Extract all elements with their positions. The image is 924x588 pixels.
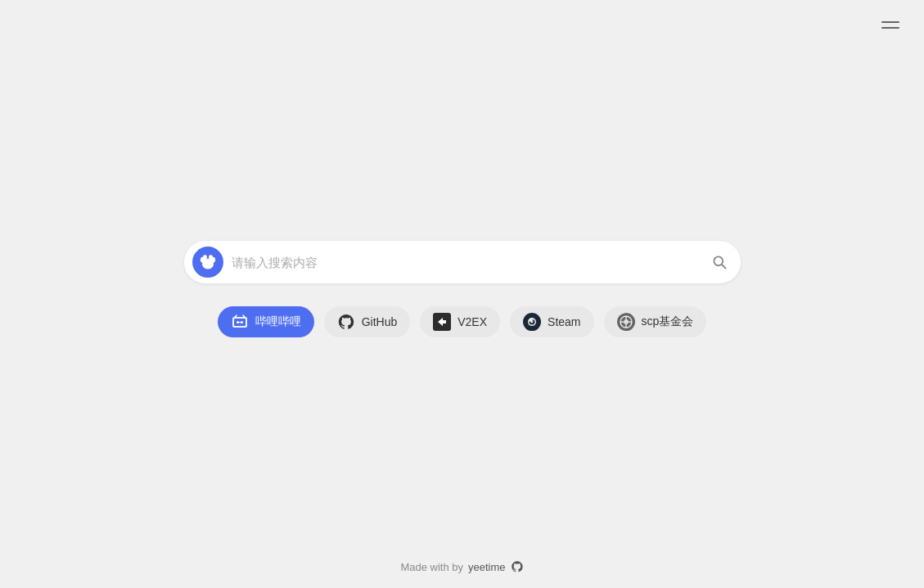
v2ex-label: V2EX (457, 315, 487, 328)
scp-label: scp基金会 (642, 314, 694, 329)
made-with-text: Made with by (400, 561, 463, 573)
scp-icon (617, 313, 635, 331)
bilibili-label: 哔哩哔哩 (255, 314, 301, 329)
menu-button[interactable] (877, 16, 904, 34)
quick-link-steam[interactable]: Steam (510, 306, 593, 337)
quick-link-github[interactable]: GitHub (324, 306, 411, 337)
github-icon (337, 313, 355, 331)
v2ex-icon (433, 313, 451, 331)
svg-line-6 (721, 265, 725, 269)
svg-point-4 (209, 255, 213, 260)
footer-github-icon (511, 560, 524, 573)
footer: Made with by yeetime (400, 560, 523, 573)
github-label: GitHub (362, 315, 398, 328)
bilibili-icon (231, 313, 249, 331)
quick-links: 哔哩哔哩 GitHub V2EX (218, 306, 707, 337)
steam-label: Steam (548, 315, 580, 328)
steam-icon (523, 313, 541, 331)
search-button[interactable] (711, 254, 728, 270)
svg-point-14 (624, 319, 629, 324)
search-input[interactable] (232, 256, 711, 269)
quick-link-bilibili[interactable]: 哔哩哔哩 (218, 306, 314, 337)
svg-point-12 (530, 319, 534, 322)
main-content: 哔哩哔哩 GitHub V2EX (184, 241, 741, 337)
quick-link-v2ex[interactable]: V2EX (420, 306, 500, 337)
quick-link-scp[interactable]: scp基金会 (604, 306, 707, 337)
svg-point-3 (203, 255, 207, 260)
author-name: yeetime (468, 561, 506, 573)
baidu-logo (192, 247, 223, 278)
search-bar (184, 241, 741, 283)
